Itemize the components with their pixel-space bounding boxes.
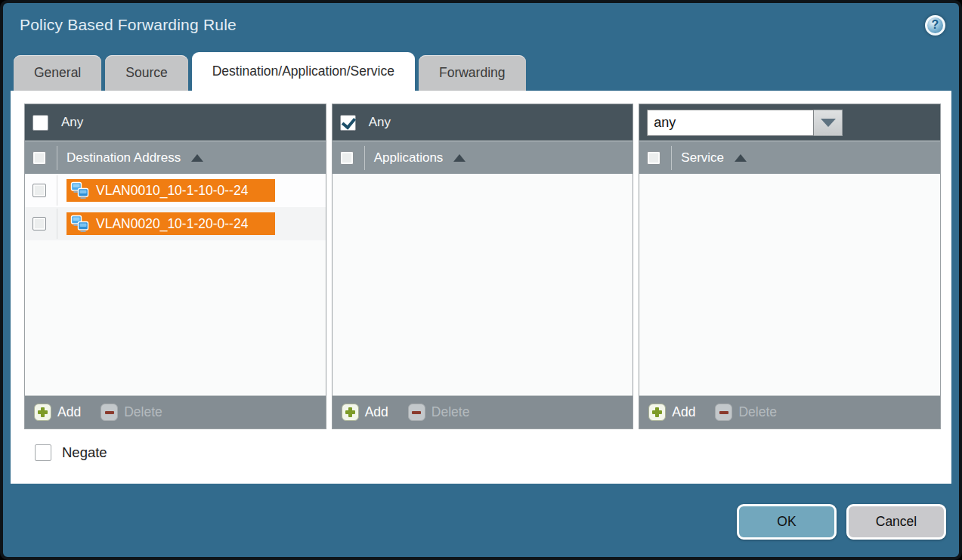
destination-column-header[interactable]: Destination Address [25,141,326,174]
applications-any-label: Any [369,115,391,130]
applications-panel: Any Applications Add Delete [332,104,634,429]
destination-list: VLAN0010_10-1-10-0--24 [25,174,326,395]
add-label: Add [365,404,388,420]
sort-ascending-icon [735,154,747,162]
tab-general[interactable]: General [14,55,101,91]
destination-footer: Add Delete [25,395,326,429]
row-separator [57,175,57,206]
address-object-icon [70,181,91,200]
negate-row: Negate [35,444,941,461]
delete-icon [101,404,118,421]
delete-icon [715,404,732,421]
tab-strip: General Source Destination/Application/S… [3,47,959,91]
header-separator [671,146,672,170]
applications-any-bar: Any [333,104,633,141]
destination-address-chip[interactable]: VLAN0020_10-1-20-0--24 [67,212,275,235]
header-separator [57,146,57,170]
destination-panel: Any Destination Address [24,104,326,429]
chevron-down-icon [821,119,836,127]
add-label: Add [57,404,81,420]
service-delete-button[interactable]: Delete [715,404,777,421]
service-select-all-checkbox[interactable] [647,151,660,165]
service-footer: Add Delete [639,395,940,429]
destination-select-all-checkbox[interactable] [32,151,46,165]
delete-label: Delete [738,404,777,420]
applications-column-label: Applications [374,150,444,166]
add-label: Add [672,404,695,420]
address-object-icon [70,215,91,233]
cancel-button[interactable]: Cancel [846,504,946,540]
service-dropdown-button[interactable] [814,110,843,136]
destination-any-checkbox[interactable] [32,115,48,131]
header-separator [364,146,365,170]
destination-column-label: Destination Address [67,150,181,166]
applications-any-checkbox[interactable] [340,115,356,131]
service-dropdown [647,110,843,136]
tab-source[interactable]: Source [105,55,187,91]
applications-add-button[interactable]: Add [342,404,388,421]
dialog-footer: OK Cancel [3,484,959,557]
dialog-title: Policy Based Forwarding Rule [20,16,237,34]
service-list [639,174,940,395]
delete-label: Delete [124,404,162,420]
service-column-label: Service [681,150,724,166]
destination-address-label: VLAN0020_10-1-20-0--24 [96,216,248,232]
sort-ascending-icon [191,154,203,162]
applications-select-all-checkbox[interactable] [340,151,354,165]
title-bar: Policy Based Forwarding Rule ? [3,3,959,47]
destination-address-chip[interactable]: VLAN0010_10-1-10-0--24 [67,179,275,202]
destination-row[interactable]: VLAN0020_10-1-20-0--24 [25,207,326,240]
applications-list [333,174,633,395]
tab-content: Any Destination Address [11,91,951,484]
service-any-bar [639,104,940,141]
help-icon[interactable]: ? [925,15,945,36]
policy-based-forwarding-dialog: Policy Based Forwarding Rule ? General S… [0,0,962,560]
destination-row-checkbox[interactable] [32,217,46,230]
add-icon [342,404,359,421]
negate-label: Negate [62,444,107,461]
add-icon [648,404,666,421]
destination-row-checkbox[interactable] [32,184,46,197]
destination-address-label: VLAN0010_10-1-10-0--24 [96,183,248,199]
destination-any-label: Any [61,115,83,130]
destination-row[interactable]: VLAN0010_10-1-10-0--24 [25,174,326,207]
service-panel: Service Add Delete [639,104,941,429]
destination-delete-button[interactable]: Delete [101,404,162,421]
negate-checkbox[interactable] [35,444,51,461]
service-add-button[interactable]: Add [648,404,695,421]
service-dropdown-input[interactable] [647,110,814,136]
applications-footer: Add Delete [333,395,633,429]
panels-row: Any Destination Address [24,104,941,429]
delete-label: Delete [432,404,470,420]
applications-delete-button[interactable]: Delete [408,404,470,421]
service-column-header[interactable]: Service [639,141,940,174]
add-icon [34,404,51,421]
delete-icon [408,404,425,421]
ok-button[interactable]: OK [737,504,837,540]
tab-forwarding[interactable]: Forwarding [419,55,526,91]
row-separator [57,209,57,239]
applications-column-header[interactable]: Applications [333,141,633,174]
destination-add-button[interactable]: Add [34,404,81,421]
tab-destination-application-service[interactable]: Destination/Application/Service [192,52,415,91]
destination-any-bar: Any [25,104,326,141]
sort-ascending-icon [453,154,466,162]
